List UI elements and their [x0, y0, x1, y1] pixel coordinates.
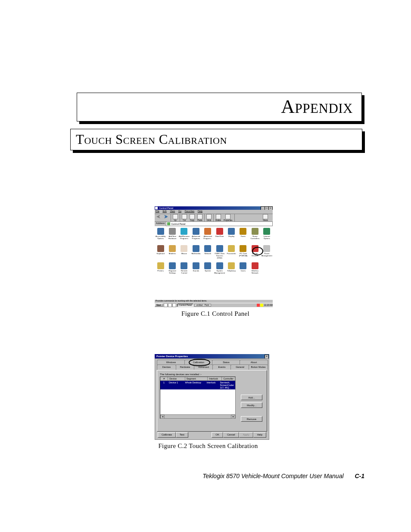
help-button[interactable]: Help	[253, 432, 266, 438]
col-interlock[interactable]: Interlock	[208, 377, 222, 380]
control-panel-item[interactable]: Fonts	[237, 226, 249, 243]
control-panel-item-label: Date/Time	[214, 235, 225, 237]
up-button[interactable]: Up	[171, 214, 179, 221]
control-panel-item-label: Telephony	[225, 270, 237, 272]
control-panel-item-icon	[193, 245, 199, 252]
tab-general[interactable]: General	[230, 364, 249, 370]
devices-list-row[interactable]: 1 Device 1 Whole Desktop Interlock Semte…	[160, 381, 235, 389]
ok-button[interactable]: OK	[212, 432, 223, 438]
control-panel-item-label: Modems	[166, 252, 178, 255]
control-panel-item[interactable]: Network	[202, 243, 214, 261]
ql-desktop-icon[interactable]	[172, 303, 176, 307]
menu-view[interactable]: View	[170, 210, 175, 212]
control-panel-item[interactable]: Mouse	[178, 243, 190, 261]
apply-button[interactable]: Apply	[239, 432, 253, 438]
client-area: Accessibility OptionsAdd New HardwareAdd…	[155, 226, 273, 300]
taskbar: Start Control Panel untitled - Paint 11:…	[155, 303, 273, 307]
tab-button-modes[interactable]: Button Modes	[249, 364, 268, 370]
cancel-button[interactable]: Cancel	[223, 432, 239, 438]
control-panel-item[interactable]: Keyboard	[155, 243, 166, 261]
tab-events[interactable]: Events	[212, 364, 231, 370]
control-panel-item[interactable]: System	[202, 261, 214, 278]
control-panel-item-icon	[252, 228, 258, 235]
control-panel-item-label: Power Management	[261, 252, 273, 257]
tray-icon-2[interactable]	[260, 304, 263, 307]
system-menu-icon[interactable]	[155, 207, 158, 209]
ql-outlook-icon[interactable]	[168, 303, 172, 307]
control-panel-item-icon	[193, 262, 199, 269]
address-field[interactable]: Control Panel	[166, 221, 273, 226]
control-panel-item[interactable]: Add/Remove Programs	[178, 226, 190, 243]
control-panel-item[interactable]: System Management	[214, 261, 225, 278]
control-panel-item-icon	[157, 228, 164, 235]
views-button[interactable]: Views	[262, 214, 269, 221]
col-controller[interactable]: Controller	[222, 377, 235, 380]
remove-button[interactable]: Remove	[241, 416, 262, 422]
control-panel-item[interactable]: Date/Time	[214, 226, 225, 243]
col-index[interactable]: #	[160, 377, 168, 380]
delete-button[interactable]: Delete	[214, 214, 222, 221]
menu-go[interactable]: Go	[178, 210, 181, 212]
control-panel-item[interactable]: PC Card (PCMCIA)	[237, 243, 249, 261]
devices-list[interactable]: # Device Segment Interlock Controller 1 …	[160, 376, 236, 419]
calibrate-button[interactable]: Calibrate	[158, 432, 176, 438]
control-panel-item[interactable]: Telephony	[225, 261, 237, 278]
window-titlebar[interactable]: Control Panel _ □ ×	[155, 206, 273, 210]
nav-forward-button[interactable]: ⮞	[162, 214, 170, 221]
copy-button[interactable]: Copy	[188, 214, 196, 221]
clock[interactable]: 11:10 AM	[264, 304, 273, 306]
menu-edit[interactable]: Edit	[162, 210, 166, 212]
nav-back-button[interactable]: ⮜	[155, 214, 162, 221]
control-panel-item[interactable]: Wireless Network	[249, 261, 261, 278]
control-panel-item-icon	[157, 262, 164, 269]
control-panel-item[interactable]: Advanced Program...	[202, 226, 214, 243]
control-panel-item-icon	[204, 245, 211, 252]
menu-favorites[interactable]: Favorites	[185, 210, 195, 212]
control-panel-item[interactable]: Passwords	[225, 243, 237, 261]
control-panel-item-label: Add New Hardware	[166, 235, 178, 240]
control-panel-item[interactable]: Users	[237, 261, 249, 278]
add-button[interactable]: Add...	[241, 395, 262, 400]
scroll-left-icon[interactable]: ◂	[160, 415, 165, 419]
horizontal-scrollbar[interactable]: ◂ ▸	[160, 414, 235, 418]
taskbar-task-paint[interactable]: untitled - Paint	[194, 304, 211, 307]
cut-button[interactable]: Cut	[181, 214, 188, 221]
modify-button[interactable]: Modify...	[241, 402, 262, 408]
ql-ie-icon[interactable]	[164, 303, 168, 307]
menu-file[interactable]: File	[156, 210, 159, 212]
control-panel-item[interactable]: Advanced Programs	[190, 226, 202, 243]
dialog-titlebar[interactable]: Pointer Device Properties ×	[155, 354, 269, 358]
control-panel-item-icon	[240, 228, 246, 235]
control-panel-item[interactable]: Display	[225, 226, 237, 243]
taskbar-task-control-panel[interactable]: Control Panel	[177, 304, 193, 307]
tray-icon-1[interactable]	[257, 304, 260, 307]
scroll-right-icon[interactable]: ▸	[231, 415, 235, 419]
control-panel-item[interactable]: Printers	[155, 261, 166, 278]
control-panel-item[interactable]: Accessibility Options	[155, 226, 166, 243]
control-panel-item[interactable]: Modems	[166, 243, 178, 261]
control-panel-item-label: Users	[237, 270, 249, 272]
control-panel-item-label: Keyboard	[155, 252, 166, 255]
control-panel-item[interactable]: Add New Hardware	[166, 226, 178, 243]
quick-launch	[164, 303, 177, 307]
control-panel-item[interactable]: Sounds	[190, 261, 202, 278]
control-panel-item[interactable]: ODBC Data Sources (32bit)	[214, 243, 225, 261]
tab-devices[interactable]: Devices	[157, 364, 176, 370]
control-panel-item[interactable]: Multimedia	[190, 243, 202, 261]
control-panel-item[interactable]: Regional Settings	[166, 261, 178, 278]
control-panel-item[interactable]: Internet Options	[261, 226, 273, 243]
control-panel-item-icon	[263, 228, 270, 235]
tabs: Windows Calibration Status About Devices…	[157, 360, 267, 370]
control-panel-item[interactable]: Game Controllers	[249, 226, 261, 243]
paste-button[interactable]: Paste	[196, 214, 204, 221]
undo-button[interactable]: Undo	[205, 214, 213, 221]
test-button[interactable]: Test	[176, 432, 188, 438]
properties-button[interactable]: Properties	[222, 214, 234, 221]
start-button[interactable]: Start	[155, 304, 163, 307]
col-device[interactable]: Device	[168, 377, 185, 380]
col-segment[interactable]: Segment	[185, 377, 208, 380]
control-panel-item-icon	[181, 228, 187, 235]
menu-help[interactable]: Help	[198, 210, 202, 212]
control-panel-item[interactable]: Remote Control	[178, 261, 190, 278]
control-panel-item-icon	[169, 245, 176, 252]
